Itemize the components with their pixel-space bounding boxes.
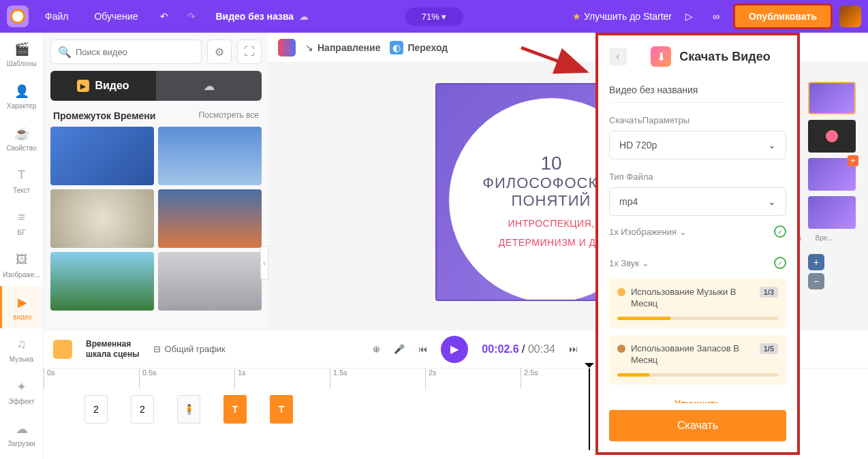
image-icon: 🖼	[14, 252, 30, 268]
stock-dot-icon	[617, 345, 625, 353]
video-thumb[interactable]	[158, 127, 262, 185]
direction-control[interactable]: ↘Направление	[305, 42, 380, 53]
timeline-clip[interactable]: 2	[84, 395, 108, 424]
video-thumb[interactable]	[158, 189, 262, 248]
music-dot-icon	[617, 288, 625, 296]
video-thumb[interactable]	[50, 252, 154, 311]
see-all-link[interactable]: Посмотреть все	[199, 110, 259, 121]
zoom-out-button[interactable]: −	[808, 273, 824, 289]
download-panel-icon: ⬇	[651, 46, 671, 67]
timeline-icon: ⊟	[153, 344, 161, 354]
search-icon: 🔍	[58, 46, 72, 59]
menu-file[interactable]: Файл	[35, 5, 78, 27]
user-avatar[interactable]	[839, 5, 861, 27]
expand-button[interactable]: ⛶	[237, 39, 262, 64]
character-icon: 👤	[14, 83, 30, 99]
back-button[interactable]: ‹	[609, 48, 627, 65]
chevron-down-icon: ⌄	[768, 140, 776, 151]
timeline-clip[interactable]: T	[270, 395, 293, 424]
sidebar-uploads[interactable]: ☁Загрузки	[0, 413, 43, 455]
audio-row[interactable]: 1x Звук ⌄✓	[609, 247, 786, 279]
stock-usage-box: Использование Запасов В Месяц1/5	[609, 335, 786, 385]
play-icon: ▶	[77, 80, 89, 92]
mic-button[interactable]: 🎤	[394, 344, 405, 354]
preview-icon[interactable]: ▷	[679, 6, 699, 27]
zoom-control[interactable]: 71% ▾	[405, 7, 463, 26]
app-header: Файл Обучение ↶ ↷ Видео без назва ☁ 71% …	[0, 0, 868, 33]
chevron-down-icon: ▾	[441, 12, 446, 22]
music-usage-box: Использование Музыки В Месяц1/3	[609, 279, 786, 328]
sidebar-image[interactable]: 🖼Изображе...	[0, 244, 43, 286]
sidebar-templates[interactable]: 🎬Шаблоны	[0, 33, 43, 75]
sidebar-character[interactable]: 👤Характер	[0, 75, 43, 117]
project-title[interactable]: Видео без назва	[215, 11, 294, 22]
scene-thumb[interactable]	[808, 158, 856, 191]
layers-icon: ≡	[14, 210, 30, 226]
play-button[interactable]: ▶	[441, 336, 468, 363]
filter-button[interactable]: ⚙	[207, 39, 232, 64]
redo-icon[interactable]: ↷	[181, 6, 202, 27]
skip-back-button[interactable]: ⏮	[418, 344, 427, 354]
sidebar-property[interactable]: ☕Свойство	[0, 117, 43, 159]
video-thumb[interactable]	[50, 189, 154, 248]
download-panel: ‹ ⬇ Скачать Видео СкачатьПараметры HD 72…	[595, 33, 800, 455]
sidebar-effect[interactable]: ✦Эффект	[0, 370, 43, 413]
timeline-clip[interactable]: 2	[131, 395, 154, 424]
stock-usage-badge: 1/5	[760, 343, 778, 354]
scene-timeline-icon	[53, 340, 72, 359]
video-thumb[interactable]	[50, 127, 154, 185]
music-icon: ♫	[14, 336, 30, 353]
upgrade-link[interactable]: ★Улучшить до Starter	[572, 11, 672, 22]
scene-timeline-title: Временнаяшкала сцены	[86, 339, 140, 359]
app-logo[interactable]	[7, 5, 29, 27]
section-title: Промежуток Времени	[53, 110, 155, 121]
collapse-library-handle[interactable]: ‹	[260, 246, 268, 280]
scene-thumb[interactable]	[808, 82, 856, 114]
left-sidebar: 🎬Шаблоны 👤Характер ☕Свойство TТекст ≡БГ …	[0, 33, 44, 459]
color-swatch[interactable]	[278, 39, 296, 57]
images-row[interactable]: 1x Изображения ⌄✓	[609, 216, 786, 247]
tab-video[interactable]: ▶Видео	[50, 71, 156, 101]
check-icon: ✓	[774, 225, 786, 238]
quality-select[interactable]: HD 720p⌄	[609, 131, 786, 159]
playhead[interactable]	[589, 368, 590, 450]
video-thumb[interactable]	[158, 252, 262, 311]
direction-icon: ↘	[305, 42, 313, 53]
publish-button[interactable]: Опубликовать	[733, 3, 833, 29]
chevron-down-icon: ⌄	[642, 258, 649, 268]
play-icon: ▶	[450, 343, 459, 355]
scene-thumb[interactable]	[808, 120, 856, 153]
scene-thumbnails: 4sВре... + −	[808, 82, 864, 289]
download-button[interactable]: Скачать	[609, 410, 786, 441]
menu-training[interactable]: Обучение	[84, 5, 147, 27]
transition-icon: ◐	[390, 41, 403, 54]
share-icon[interactable]: ∞	[706, 6, 726, 27]
global-timeline-button[interactable]: ⊟Общий график	[153, 344, 226, 354]
undo-icon[interactable]: ↶	[154, 6, 174, 27]
sidebar-video[interactable]: ▶видео	[0, 286, 43, 328]
scene-thumb[interactable]	[808, 196, 856, 229]
cloud-sync-icon: ☁	[299, 11, 309, 22]
search-input[interactable]	[76, 47, 194, 57]
timeline-clip[interactable]: 🧍	[177, 395, 200, 424]
sliders-icon: ⚙	[215, 46, 224, 59]
expand-icon: ⛶	[244, 46, 255, 58]
sidebar-text[interactable]: TТекст	[0, 159, 43, 202]
upload-icon: ☁	[14, 421, 30, 437]
focus-button[interactable]: ⊕	[373, 344, 380, 354]
zoom-in-button[interactable]: +	[808, 254, 824, 270]
search-box[interactable]: 🔍	[50, 39, 202, 64]
sidebar-music[interactable]: ♫Музыка	[0, 328, 43, 370]
sidebar-bg[interactable]: ≡БГ	[0, 202, 43, 244]
video-name-input[interactable]	[609, 78, 786, 103]
transition-control[interactable]: ◐Переход	[390, 41, 448, 54]
timeline-clip[interactable]: T	[223, 395, 247, 424]
upgrade-link[interactable]: Улучшить	[609, 392, 786, 403]
filetype-select[interactable]: mp4⌄	[609, 187, 786, 216]
chevron-left-icon: ‹	[616, 50, 619, 63]
tab-cloud[interactable]: ☁	[156, 71, 262, 101]
effect-icon: ✦	[14, 379, 30, 395]
skip-fwd-button[interactable]: ⏭	[569, 344, 578, 354]
text-icon: T	[14, 168, 30, 184]
music-usage-badge: 1/3	[760, 287, 778, 298]
